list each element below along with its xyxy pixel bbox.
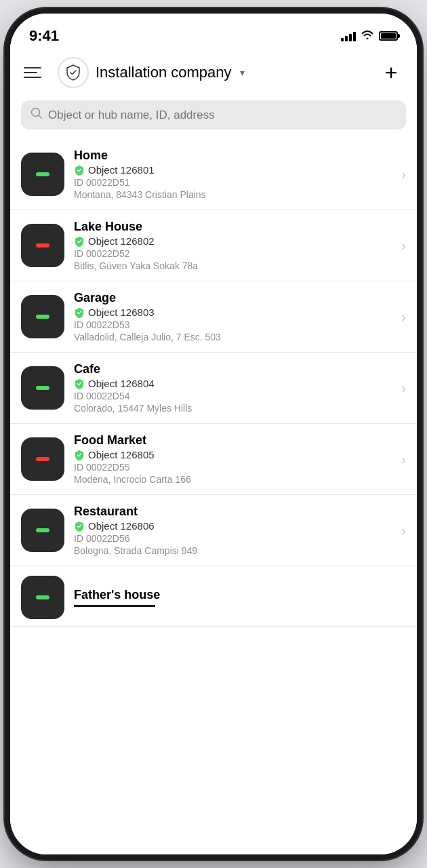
item-id: ID 00022D56: [74, 533, 396, 544]
battery-icon: [379, 31, 398, 41]
chevron-right-icon: ›: [401, 380, 406, 396]
phone-frame: 9:41: [10, 14, 417, 854]
item-content: Cafe Object 126804 ID 00022D54 Colorado,…: [74, 362, 396, 414]
add-button[interactable]: +: [379, 60, 403, 85]
item-id: ID 00022D53: [74, 319, 396, 330]
item-name: Lake House: [74, 220, 396, 234]
company-chevron-icon: ▾: [240, 67, 245, 78]
item-name: Food Market: [74, 433, 396, 448]
item-content: Father's house: [74, 588, 406, 607]
chevron-right-icon: ›: [401, 523, 406, 538]
menu-button[interactable]: [24, 60, 48, 85]
add-icon: +: [385, 62, 398, 83]
item-object-text: Object 126806: [88, 520, 155, 532]
shield-check-icon: [74, 521, 85, 532]
list-item[interactable]: Restaurant Object 126806 ID 00022D56 Bol…: [10, 495, 417, 566]
item-object-row: Object 126803: [74, 307, 396, 318]
shield-check-icon: [74, 307, 85, 318]
shield-check-icon: [74, 450, 85, 460]
object-list: Home Object 126801 ID 00022D51 Montana, …: [10, 139, 417, 854]
item-address: Montana, 84343 Cristian Plains: [74, 189, 396, 200]
search-bar[interactable]: [21, 100, 406, 130]
item-object-row: Object 126806: [74, 520, 396, 532]
item-object-text: Object 126803: [88, 307, 155, 318]
status-bar: 9:41: [10, 14, 417, 50]
item-content: Restaurant Object 126806 ID 00022D56 Bol…: [74, 505, 396, 556]
status-dot: [36, 386, 49, 390]
screen: 9:41: [10, 14, 417, 854]
signal-icon: [341, 31, 356, 41]
item-underline: [74, 605, 155, 607]
item-name: Cafe: [74, 362, 396, 376]
device-icon: [21, 437, 64, 481]
item-address: Bologna, Strada Campisi 949: [74, 545, 396, 556]
item-id: ID 00022D52: [74, 248, 396, 259]
list-item[interactable]: Home Object 126801 ID 00022D51 Montana, …: [10, 139, 417, 210]
status-dot: [36, 172, 49, 176]
device-icon: [21, 576, 64, 619]
item-content: Lake House Object 126802 ID 00022D52 Bit…: [74, 220, 396, 271]
item-address: Valladolid, Calleja Julio, 7 Esc. 503: [74, 332, 396, 342]
search-icon: [30, 107, 43, 123]
search-container: [10, 98, 417, 139]
chevron-right-icon: ›: [401, 238, 406, 254]
item-name: Father's house: [74, 588, 406, 602]
item-id: ID 00022D55: [74, 462, 396, 473]
device-icon: [21, 366, 64, 410]
status-dot: [36, 595, 49, 599]
search-input[interactable]: [48, 108, 396, 122]
item-id: ID 00022D54: [74, 391, 396, 401]
device-icon: [21, 295, 64, 338]
header: Installation company ▾ +: [10, 50, 417, 98]
chevron-right-icon: ›: [401, 167, 406, 182]
status-dot: [36, 243, 49, 248]
list-item[interactable]: Lake House Object 126802 ID 00022D52 Bit…: [10, 210, 417, 281]
item-address: Bitlis, Güven Yaka Sokak 78a: [74, 260, 396, 271]
status-dot: [36, 457, 49, 461]
item-object-row: Object 126801: [74, 164, 396, 176]
status-time: 9:41: [29, 27, 59, 45]
chevron-right-icon: ›: [401, 452, 406, 467]
list-item[interactable]: Father's house: [10, 566, 417, 627]
status-icons: [341, 30, 398, 42]
status-dot: [36, 528, 49, 532]
item-name: Home: [74, 149, 396, 163]
item-id: ID 00022D51: [74, 177, 396, 188]
list-item[interactable]: Cafe Object 126804 ID 00022D54 Colorado,…: [10, 353, 417, 424]
item-object-text: Object 126805: [88, 449, 155, 460]
company-shield-icon: [64, 64, 82, 81]
company-selector[interactable]: Installation company ▾: [58, 57, 369, 88]
device-icon: [21, 509, 64, 552]
item-content: Food Market Object 126805 ID 00022D55 Mo…: [74, 433, 396, 485]
item-object-text: Object 126801: [88, 164, 155, 176]
item-object-row: Object 126802: [74, 235, 396, 247]
device-icon: [21, 153, 64, 196]
shield-check-icon: [74, 165, 85, 176]
company-logo: [58, 57, 89, 88]
item-name: Restaurant: [74, 505, 396, 519]
item-address: Colorado, 15447 Myles Hills: [74, 403, 396, 414]
chevron-right-icon: ›: [401, 309, 406, 325]
item-object-text: Object 126804: [88, 378, 155, 389]
company-name: Installation company: [96, 64, 232, 81]
shield-check-icon: [74, 236, 85, 247]
status-dot: [36, 315, 49, 319]
item-object-text: Object 126802: [88, 235, 155, 247]
shield-check-icon: [74, 378, 85, 389]
device-icon: [21, 224, 64, 267]
item-address: Modena, Incrocio Carta 166: [74, 474, 396, 485]
wifi-icon: [361, 30, 373, 42]
list-item[interactable]: Food Market Object 126805 ID 00022D55 Mo…: [10, 424, 417, 495]
item-object-row: Object 126805: [74, 449, 396, 460]
item-content: Home Object 126801 ID 00022D51 Montana, …: [74, 149, 396, 200]
item-name: Garage: [74, 291, 396, 305]
item-object-row: Object 126804: [74, 378, 396, 389]
list-item[interactable]: Garage Object 126803 ID 00022D53 Vallado…: [10, 281, 417, 353]
item-content: Garage Object 126803 ID 00022D53 Vallado…: [74, 291, 396, 342]
